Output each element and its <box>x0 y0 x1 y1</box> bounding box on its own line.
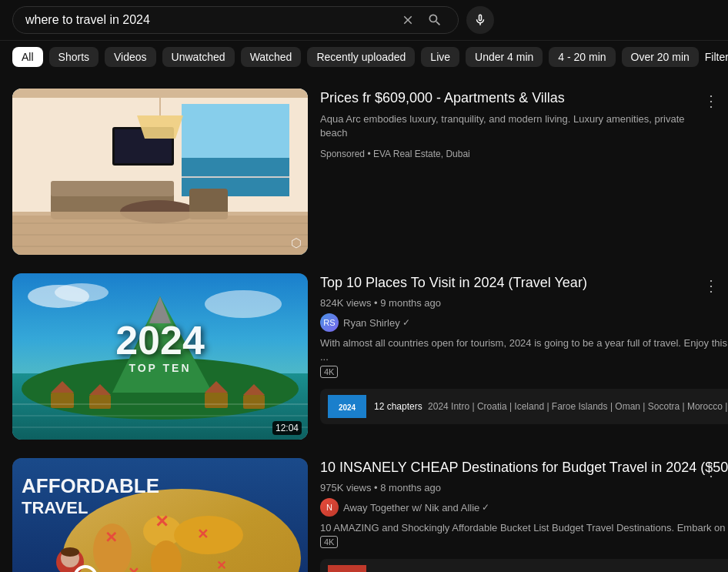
svg-text:TRAVEL: TRAVEL <box>22 498 88 517</box>
svg-text:2024: 2024 <box>115 318 205 363</box>
travel-thumbnail: 2024 TOP TEN <box>12 273 308 440</box>
video-1-info: Top 10 Places To Visit in 2024 (Travel Y… <box>308 273 728 424</box>
clear-icon <box>401 13 415 27</box>
video-1-chapters-thumb: 2024 <box>328 395 366 418</box>
svg-rect-31 <box>89 395 111 409</box>
verified-icon-2: ✓ <box>482 502 489 513</box>
svg-rect-35 <box>243 395 265 409</box>
video-1-channel-row: RS Ryan Shirley ✓ <box>320 313 728 332</box>
ad-card: ⬡ Prices fr $609,000 - Apartments & Vill… <box>0 79 728 264</box>
video-2-thumbnail[interactable]: ✕ ✕ ✕ ✕ ✕ AFFORDABLE TRAVEL 2024 <box>12 458 308 572</box>
ad-more-options-button[interactable]: ⋮ <box>700 89 722 113</box>
video-2-channel-row: N Away Together w/ Nik and Allie ✓ <box>320 498 728 517</box>
svg-text:✕: ✕ <box>105 529 118 546</box>
video-2-meta: 975K views • 8 months ago <box>320 482 728 493</box>
svg-rect-11 <box>51 181 174 196</box>
filter-chip-unwatched[interactable]: Unwatched <box>162 47 235 67</box>
video-1-chapters-text: 12 chapters 2024 Intro | Croatia | Icela… <box>374 401 728 412</box>
svg-text:✕: ✕ <box>128 565 139 572</box>
apt-illustration <box>12 89 308 255</box>
ad-info: Prices fr $609,000 - Apartments & Villas… <box>308 89 716 159</box>
ad-title[interactable]: Prices fr $609,000 - Apartments & Villas <box>320 89 691 108</box>
video-2-chapters-thumb: $50 <box>328 565 366 572</box>
svg-rect-29 <box>51 393 74 408</box>
video-card-2: ✕ ✕ ✕ ✕ ✕ AFFORDABLE TRAVEL 2024 <box>0 449 728 572</box>
filters-button[interactable]: Filters <box>705 50 728 64</box>
filter-chip-under-4-min[interactable]: Under 4 min <box>466 47 543 67</box>
filter-chip-recently-uploaded[interactable]: Recently uploaded <box>307 47 415 67</box>
filter-chip-over-20-min[interactable]: Over 20 min <box>622 47 699 67</box>
svg-rect-65 <box>328 565 366 572</box>
clear-search-button[interactable] <box>398 10 418 30</box>
video-1-quality-badge: 4K <box>320 366 338 378</box>
mic-icon <box>473 13 487 27</box>
svg-text:AFFORDABLE: AFFORDABLE <box>22 474 159 497</box>
video-2-description: 10 AMAZING and Shockingly Affordable Buc… <box>320 521 728 535</box>
ad-description: Aqua Arc embodies luxury, tranquility, a… <box>320 112 691 140</box>
sponsored-badge: Sponsored • EVA Real Estate, Dubai <box>320 149 470 159</box>
svg-text:✕: ✕ <box>155 512 169 531</box>
filter-chip-all[interactable]: All <box>12 47 43 67</box>
video-2-channel-name[interactable]: Away Together w/ Nik and Allie ✓ <box>343 502 489 513</box>
svg-text:2024: 2024 <box>339 403 356 412</box>
filter-chip-watched[interactable]: Watched <box>241 47 302 67</box>
filter-chip-shorts[interactable]: Shorts <box>49 47 99 67</box>
svg-point-22 <box>55 283 109 302</box>
header <box>0 0 728 41</box>
video-1-thumbnail[interactable]: 2024 TOP TEN 12:04 <box>12 273 308 440</box>
video-1-description: With almost all countries open for touri… <box>320 336 728 364</box>
svg-rect-16 <box>12 212 308 255</box>
video-2-info: 10 INSANELY CHEAP Destinations for Budge… <box>308 458 728 572</box>
mic-button[interactable] <box>466 6 494 34</box>
video-1-more-options-button[interactable]: ⋮ <box>700 273 722 298</box>
video-1-title[interactable]: Top 10 Places To Visit in 2024 (Travel Y… <box>320 273 728 293</box>
svg-text:TOP TEN: TOP TEN <box>129 362 191 374</box>
svg-rect-33 <box>205 393 228 408</box>
svg-point-23 <box>205 290 282 318</box>
filter-bar: All Shorts Videos Unwatched Watched Rece… <box>0 41 728 73</box>
video-1-channel-avatar: RS <box>320 313 339 332</box>
svg-text:✕: ✕ <box>216 559 226 572</box>
video-2-title[interactable]: 10 INSANELY CHEAP Destinations for Budge… <box>320 458 728 477</box>
video-1-duration: 12:04 <box>272 421 302 435</box>
video-1-channel-name[interactable]: Ryan Shirley ✓ <box>343 317 410 329</box>
results-list: ⬡ Prices fr $609,000 - Apartments & Vill… <box>0 73 728 572</box>
external-link-icon: ⬡ <box>291 236 302 250</box>
video-2-quality-badge: 4K <box>320 536 338 548</box>
filter-chip-4-20-min[interactable]: 4 - 20 min <box>549 47 615 67</box>
video-2-chapters-row[interactable]: $50 12 chapters 10 Surprisingly Cheap Pl… <box>320 559 728 572</box>
filters-label: Filters <box>705 51 728 63</box>
verified-icon: ✓ <box>402 317 410 328</box>
search-button[interactable] <box>424 9 446 31</box>
affordable-thumbnail: ✕ ✕ ✕ ✕ ✕ AFFORDABLE TRAVEL 2024 <box>12 458 308 572</box>
video-2-more-options-button[interactable]: ⋮ <box>700 458 722 483</box>
svg-text:✕: ✕ <box>197 527 209 542</box>
svg-marker-15 <box>137 115 183 139</box>
video-2-channel-avatar: N <box>320 498 339 517</box>
video-1-meta: 824K views • 9 months ago <box>320 297 728 309</box>
ad-thumbnail[interactable]: ⬡ <box>12 89 308 255</box>
video-card-1: 2024 TOP TEN 12:04 Top 10 Places To Visi… <box>0 264 728 449</box>
svg-point-63 <box>61 547 79 557</box>
search-input[interactable] <box>25 13 392 27</box>
search-icon <box>427 12 442 28</box>
search-bar <box>12 6 459 34</box>
svg-point-48 <box>174 516 243 554</box>
filter-chip-videos[interactable]: Videos <box>105 47 156 67</box>
filter-chip-live[interactable]: Live <box>421 47 459 67</box>
video-1-chapters-row[interactable]: 2024 12 chapters 2024 Intro | Croatia | … <box>320 389 728 424</box>
